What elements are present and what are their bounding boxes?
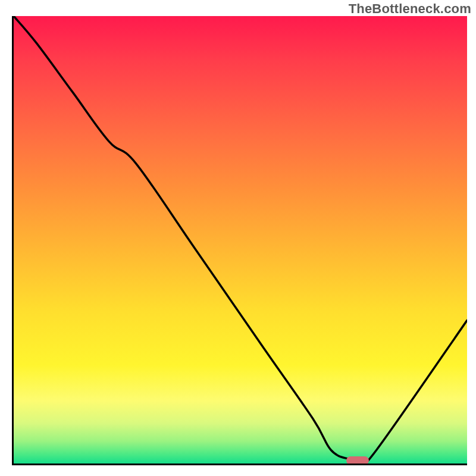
- chart-container: TheBottleneck.com: [0, 0, 476, 476]
- plot-area: [12, 16, 467, 465]
- watermark-text: TheBottleneck.com: [349, 1, 471, 17]
- bottleneck-curve: [14, 16, 467, 464]
- optimal-point-marker: [346, 456, 369, 465]
